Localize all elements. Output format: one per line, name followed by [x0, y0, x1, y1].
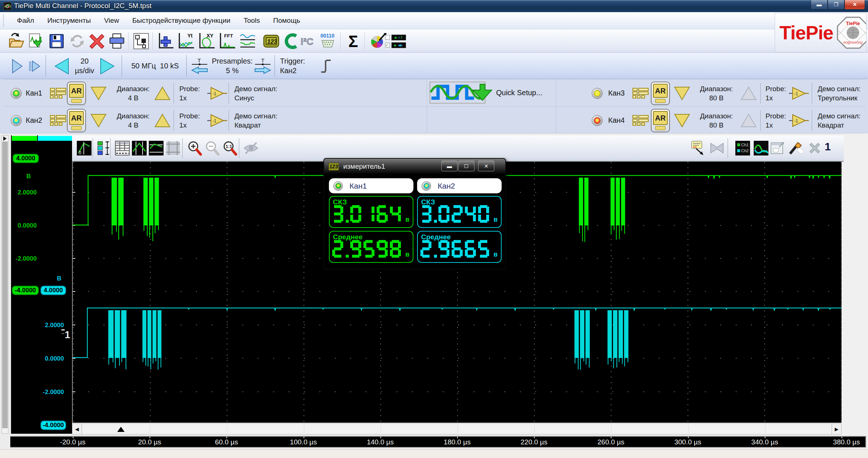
channel-3-bus-icon[interactable]: [632, 88, 649, 100]
channel-2-led[interactable]: [11, 115, 22, 126]
channel-2-bus-icon[interactable]: [50, 115, 66, 128]
probe-value: 1x: [765, 121, 786, 130]
channel-2-range-up-button[interactable]: [154, 114, 171, 129]
data-table-button[interactable]: [114, 139, 131, 157]
channel-3-autorange-button[interactable]: AR: [651, 82, 670, 105]
hscroll-right-button[interactable]: ▶: [832, 424, 841, 434]
meter-minimize-button[interactable]: ▬: [441, 161, 458, 171]
trigger-display[interactable]: Trigger: Кан2: [280, 56, 317, 75]
ch1-axis-min-badge[interactable]: -4.0000: [12, 286, 39, 295]
meter-maximize-button[interactable]: ☐: [458, 161, 474, 171]
open-button[interactable]: [6, 32, 25, 51]
vertical-scrollbar-thumb[interactable]: [2, 142, 8, 428]
object-tree-button[interactable]: [132, 32, 151, 51]
channel-1-probe-icon[interactable]: -1: [207, 86, 227, 102]
print-button[interactable]: [107, 32, 126, 51]
meter-tab-ch2[interactable]: Кан2: [417, 178, 502, 193]
channel-1-range-down-button[interactable]: [90, 86, 107, 102]
channel-4-led[interactable]: [592, 115, 603, 126]
oneshot-button[interactable]: [28, 60, 40, 72]
channel-3-led[interactable]: [592, 88, 603, 99]
vertical-scrollbar-arrow-icon[interactable]: [3, 136, 7, 141]
i2c-button[interactable]: I²C: [299, 32, 318, 51]
presamples-decrease-button[interactable]: T: [191, 57, 208, 75]
window-minimize-button[interactable]: ▬: [811, 0, 828, 10]
meter-value-mean-ch2: [420, 240, 489, 259]
menu-item-2[interactable]: Инструменты: [41, 12, 97, 29]
ch1-axis-max-badge[interactable]: 4.0000: [12, 154, 39, 163]
channel-1-autorange-button[interactable]: AR: [67, 82, 86, 105]
save-button[interactable]: [47, 32, 66, 51]
waveform-style-button[interactable]: [753, 139, 770, 157]
trigger-level-flag[interactable]: 1: [65, 329, 73, 342]
channel-4-range-down-button[interactable]: [674, 114, 690, 129]
menu-item-4[interactable]: Быстродействующие функции: [126, 12, 237, 29]
meter-123-button[interactable]: 123: [262, 32, 281, 51]
trigger-position-marker[interactable]: [117, 427, 125, 432]
channel-2-probe-icon[interactable]: -1: [207, 114, 227, 129]
window-close-button[interactable]: ✕: [844, 0, 865, 10]
time-axis-tick: [611, 437, 611, 438]
ch2-axis-min-badge[interactable]: -4.0000: [40, 421, 66, 430]
scope-toolbar-separator: [110, 138, 111, 158]
delete-button[interactable]: [87, 32, 107, 51]
legend-button[interactable]: Ch1Ch2: [734, 139, 751, 157]
clear-button[interactable]: [787, 139, 804, 157]
channel-2-autorange-button[interactable]: AR: [67, 109, 86, 132]
serial-monitor-button[interactable]: 00110: [318, 32, 337, 51]
meter-c-button[interactable]: [281, 32, 300, 51]
probe-label: Probe:: [765, 84, 786, 93]
menu-item-6[interactable]: Помощь: [266, 12, 306, 29]
ch2-axis-max-badge[interactable]: 4.0000: [40, 286, 66, 295]
application-window: TiePie Multi Channel - Protocol_I2C_5M.t…: [0, 0, 868, 458]
add-plot-button[interactable]: [156, 32, 175, 51]
export-signal-button[interactable]: [26, 32, 46, 51]
refresh-button[interactable]: [68, 32, 87, 51]
channel-2-range-down-button[interactable]: [90, 114, 107, 129]
vertical-cursors-button[interactable]: [131, 139, 148, 157]
channel-list-button[interactable]: [96, 139, 113, 157]
horizontal-scrollbar[interactable]: ◀ ▶: [72, 423, 842, 434]
zoom-reset-button[interactable]: 1:1: [221, 139, 238, 157]
channel-4-autorange-button[interactable]: AR: [651, 109, 670, 132]
channel-2-name: Кан2: [26, 116, 42, 125]
channel-3-range-down-button[interactable]: [674, 86, 690, 102]
sample-settings[interactable]: 50 МГц 10 kS: [126, 61, 184, 71]
meter-titlebar[interactable]: 123 измеритель1 ▬ ☐ ✕: [324, 159, 505, 174]
timebase-slower-button[interactable]: [54, 58, 69, 75]
channel-4-bus-icon[interactable]: [632, 115, 649, 128]
sigma-button[interactable]: Σ: [345, 32, 364, 51]
ch1-axis-header-bar[interactable]: [12, 135, 37, 141]
zoom-in-button[interactable]: [186, 139, 203, 157]
stream-toggle-buttons[interactable]: ▶ A ‖✓▶ ◀▶: [386, 32, 405, 51]
timebase-faster-button[interactable]: [100, 58, 115, 75]
quick-setup-button[interactable]: Quick Setup...: [429, 80, 554, 105]
channel-row-3: Кан3ARДиапазон:80 ВProbe:1x-1Демо сигнал…: [582, 80, 868, 107]
measure-plot-button[interactable]: [238, 32, 257, 51]
horizontal-cursors-button[interactable]: [148, 139, 165, 157]
channel-1-range-up-button[interactable]: [154, 86, 171, 102]
color-settings-button[interactable]: [368, 32, 387, 51]
start-button[interactable]: [11, 59, 24, 74]
fft-plot-button[interactable]: FFT: [218, 32, 237, 51]
channel-1-bus-icon[interactable]: [50, 88, 66, 100]
presamples-increase-button[interactable]: T: [254, 57, 271, 75]
channel-3-probe-icon[interactable]: -1: [789, 86, 809, 102]
menu-item-1[interactable]: Файл: [10, 12, 41, 29]
xy-plot-button[interactable]: XY: [197, 32, 216, 51]
yt-plot-button[interactable]: Yt: [176, 32, 196, 51]
menu-item-5[interactable]: Tools: [237, 12, 266, 29]
channel-1-led[interactable]: [11, 88, 22, 99]
meter-tab-ch1[interactable]: Кан1: [329, 178, 413, 193]
vertical-scrollbar[interactable]: [1, 135, 8, 434]
window-maximize-button[interactable]: ❐: [828, 0, 844, 10]
meter-window[interactable]: 123 измеритель1 ▬ ☐ ✕ Кан1 Кан2 СКЗ в СК…: [323, 158, 506, 269]
menu-item-3[interactable]: View: [97, 12, 126, 29]
meter-close-button[interactable]: ✕: [478, 161, 494, 171]
axis-zero-button[interactable]: 0: [76, 139, 93, 157]
ch2-axis-header-bar[interactable]: [38, 135, 72, 141]
ch2-axis-tick: 0.0000: [38, 355, 64, 362]
channel-4-probe-icon[interactable]: -1: [789, 114, 809, 129]
hscroll-left-button[interactable]: ◀: [72, 424, 82, 434]
add-comment-button[interactable]: [690, 139, 707, 157]
